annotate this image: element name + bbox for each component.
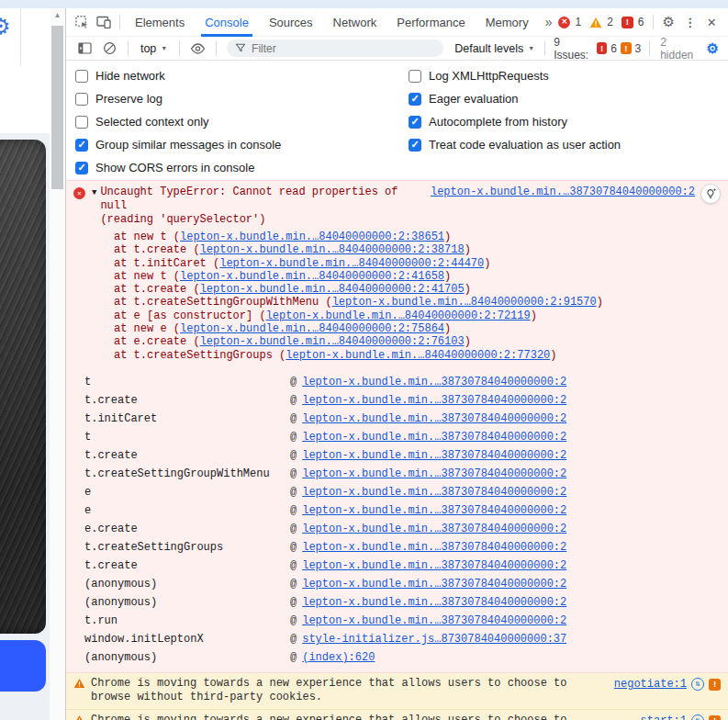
- page-scrollbar[interactable]: ▲: [50, 8, 65, 720]
- console-filter[interactable]: [227, 39, 443, 57]
- more-options-button[interactable]: ⋮: [679, 11, 701, 33]
- stack-source-link[interactable]: lepton-x.bundle.min.…84040000000:2:76103: [200, 335, 465, 348]
- checkbox[interactable]: ✓: [75, 162, 88, 174]
- devtools-tab[interactable]: Console: [195, 8, 259, 37]
- more-tabs-button[interactable]: »: [539, 15, 559, 29]
- frame-source-link[interactable]: lepton-x.bundle.min.…38730784040000000:2: [302, 578, 566, 591]
- frame-source-link[interactable]: lepton-x.bundle.min.…38730784040000000:2: [302, 431, 566, 444]
- checkbox[interactable]: ✓: [409, 70, 421, 83]
- console-settings-gear-button[interactable]: ⚙: [705, 40, 721, 57]
- frame-source-link[interactable]: lepton-x.bundle.min.…38730784040000000:2: [302, 559, 566, 572]
- clear-console-button[interactable]: [98, 38, 121, 60]
- checkbox[interactable]: ✓: [409, 93, 421, 106]
- settings-checkbox-row[interactable]: ✓ Preserve log: [75, 87, 409, 110]
- checkbox[interactable]: ✓: [75, 116, 88, 129]
- stack-text-after: ): [444, 322, 451, 335]
- devtools-tab[interactable]: Performance: [386, 8, 475, 37]
- frame-source-link[interactable]: lepton-x.bundle.min.…38730784040000000:2: [302, 486, 566, 499]
- devtools-tab[interactable]: Elements: [125, 8, 195, 37]
- error-line1: Uncaught TypeError: Cannot read properti…: [100, 186, 398, 212]
- checkbox[interactable]: ✓: [75, 139, 88, 152]
- frame-source-link[interactable]: lepton-x.bundle.min.…38730784040000000:2: [302, 541, 566, 554]
- frame-source-link[interactable]: lepton-x.bundle.min.…38730784040000000:2: [302, 467, 566, 480]
- stack-source-link[interactable]: lepton-x.bundle.min.…84040000000:2:38651: [180, 231, 444, 243]
- stack-frame-row: t @ lepton-x.bundle.min.…387307840400000…: [73, 373, 721, 391]
- issue-badge-icon[interactable]: !: [709, 679, 721, 691]
- warning-source-link[interactable]: start:1: [641, 714, 687, 720]
- scrollbar-thumb[interactable]: [51, 26, 63, 189]
- inspect-element-button[interactable]: [72, 11, 94, 33]
- devtools-tab[interactable]: Memory: [476, 8, 539, 37]
- checkbox[interactable]: ✓: [75, 93, 88, 106]
- frame-function-name: t.create: [84, 394, 290, 407]
- warning-text: Chrome is moving towards a new experienc…: [91, 714, 605, 720]
- frame-source-link[interactable]: lepton-x.bundle.min.…38730784040000000:2: [302, 523, 566, 535]
- frame-at-separator: @: [290, 523, 297, 535]
- stack-text-before: at t.create (: [114, 243, 200, 256]
- frame-source-link[interactable]: lepton-x.bundle.min.…38730784040000000:2: [302, 596, 566, 609]
- settings-checkbox-row[interactable]: ✓ Show CORS errors in console: [75, 156, 409, 179]
- stack-source-link[interactable]: lepton-x.bundle.min.…84040000000:2:44470: [219, 257, 484, 270]
- page-blue-button[interactable]: [0, 640, 46, 692]
- frame-source-link[interactable]: lepton-x.bundle.min.…38730784040000000:2: [302, 504, 566, 517]
- frame-source-link[interactable]: lepton-x.bundle.min.…38730784040000000:2: [302, 449, 566, 462]
- stack-source-link[interactable]: lepton-x.bundle.min.…84040000000:2:75864: [180, 322, 444, 335]
- warning-source-link[interactable]: negotiate:1: [614, 678, 687, 692]
- stack-source-link[interactable]: lepton-x.bundle.min.…84040000000:2:38718: [200, 243, 465, 256]
- frame-source-link[interactable]: lepton-x.bundle.min.…38730784040000000:2: [302, 376, 566, 388]
- frame-function-name: t.createSettingGroups: [84, 541, 290, 554]
- settings-checkbox-row[interactable]: ✓ Log XMLHttpRequests: [409, 64, 621, 87]
- settings-gear-button[interactable]: ⚙: [657, 11, 679, 33]
- error-source-link[interactable]: lepton-x.bundle.min.…38730784040000000:2: [431, 186, 695, 198]
- close-devtools-button[interactable]: ✕: [700, 11, 722, 33]
- status-badges: ✕ 1 2 ! 6: [558, 16, 647, 28]
- frame-source-link[interactable]: lepton-x.bundle.min.…38730784040000000:2: [302, 614, 566, 627]
- toggle-device-toolbar-button[interactable]: [94, 11, 116, 33]
- check-icon: ✓: [77, 140, 85, 150]
- stack-source-link[interactable]: lepton-x.bundle.min.…84040000000:2:72119: [266, 309, 531, 322]
- context-selector-dropdown[interactable]: top ▼: [135, 42, 173, 55]
- checkbox[interactable]: ✓: [75, 70, 88, 83]
- settings-checkbox-row[interactable]: ✓ Eager evaluation: [409, 87, 621, 110]
- settings-checkbox-row[interactable]: ✓ Hide network: [75, 64, 409, 87]
- stack-source-link[interactable]: lepton-x.bundle.min.…84040000000:2:77320: [286, 349, 550, 362]
- settings-checkbox-row[interactable]: ✓ Treat code evaluation as user action: [409, 133, 621, 156]
- stack-text-after: ): [465, 283, 471, 296]
- stack-source-link[interactable]: lepton-x.bundle.min.…84040000000:2:41658: [180, 270, 444, 283]
- frame-source-link[interactable]: (index):620: [302, 651, 375, 664]
- issue-count[interactable]: 6: [638, 16, 644, 28]
- frame-source-link[interactable]: lepton-x.bundle.min.…38730784040000000:2: [302, 412, 566, 425]
- settings-checkbox-row[interactable]: ✓ Selected context only: [75, 110, 409, 133]
- expand-triangle-icon[interactable]: ▼: [92, 188, 96, 197]
- devtools-tab[interactable]: Network: [323, 8, 387, 37]
- ai-insight-button[interactable]: [700, 184, 721, 204]
- stack-source-link[interactable]: lepton-x.bundle.min.…84040000000:2:91570: [332, 296, 597, 309]
- create-live-expression-button[interactable]: [186, 38, 209, 60]
- scrollbar-up-arrow-icon[interactable]: ▲: [50, 11, 65, 19]
- log-levels-dropdown[interactable]: Default levels ▼: [449, 42, 540, 55]
- warning-count[interactable]: 2: [607, 16, 613, 28]
- checkbox[interactable]: ✓: [409, 116, 421, 129]
- stack-frame-row: e.create @ lepton-x.bundle.min.…38730784…: [73, 520, 721, 538]
- frame-function-name: e: [84, 486, 290, 499]
- error-count-icon[interactable]: ✕: [558, 17, 570, 28]
- settings-checkbox-row[interactable]: ✓ Autocomplete from history: [409, 110, 621, 133]
- third-party-cookie-icon[interactable]: ⇅: [691, 678, 704, 691]
- devtools-tab[interactable]: Sources: [259, 8, 323, 37]
- console-sidebar-toggle-button[interactable]: [73, 38, 96, 60]
- hidden-messages-link[interactable]: 2 hidden: [655, 36, 704, 62]
- stack-source-link[interactable]: lepton-x.bundle.min.…84040000000:2:41705: [200, 283, 465, 296]
- filter-input[interactable]: [252, 42, 435, 55]
- warning-triangle-icon[interactable]: [589, 17, 602, 28]
- settings-checkbox-row[interactable]: ✓ Group similar messages in console: [75, 133, 409, 156]
- console-warning-message: Chrome is moving towards a new experienc…: [66, 710, 728, 720]
- frame-source-link[interactable]: style-initializer.js…8730784040000000:37: [302, 633, 566, 646]
- error-count[interactable]: 1: [575, 16, 581, 28]
- issues-counter[interactable]: 9 Issues: ! 6 ! 3: [550, 36, 644, 62]
- frame-source-link[interactable]: lepton-x.bundle.min.…38730784040000000:2: [302, 394, 566, 407]
- issues-badge-icon[interactable]: !: [622, 17, 633, 28]
- checkbox[interactable]: ✓: [409, 139, 421, 152]
- issues-error-badge-icon: !: [597, 42, 608, 54]
- issue-badge-icon[interactable]: !: [709, 715, 721, 720]
- third-party-cookie-icon[interactable]: ⇅: [691, 714, 704, 720]
